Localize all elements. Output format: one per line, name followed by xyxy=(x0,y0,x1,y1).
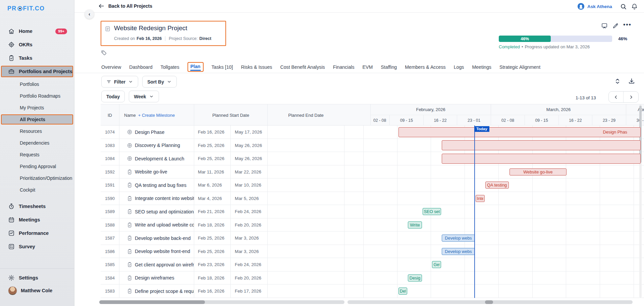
sidebar-item-resources[interactable]: Resources xyxy=(1,126,73,136)
task-name: Website go-live xyxy=(135,169,167,174)
gantt-bar[interactable]: Develop webs xyxy=(442,235,475,242)
gantt-bar[interactable]: SEO set xyxy=(423,208,441,215)
row-name[interactable]: Development & Launch xyxy=(119,152,194,165)
row-name[interactable]: Design Phase xyxy=(119,125,194,139)
column-header-end-date[interactable]: Planned End Date xyxy=(267,104,344,126)
tab-staffing[interactable]: Staffing xyxy=(381,64,397,70)
table-row[interactable]: 1589SEO setup and optimizationFeb 21, 20… xyxy=(101,205,644,218)
gantt-bar[interactable]: Write xyxy=(408,221,422,228)
board-view-icon[interactable] xyxy=(601,22,608,29)
tab-dashboard[interactable]: Dashboard xyxy=(129,64,152,70)
row-name[interactable]: Develop website front-end xyxy=(119,245,194,258)
notification-bell-icon[interactable] xyxy=(631,3,638,10)
column-header-id[interactable]: ID xyxy=(101,104,119,126)
tab-overview[interactable]: Overview xyxy=(101,64,121,70)
expand-collapse-icon[interactable] xyxy=(614,78,621,85)
tab-financials[interactable]: Financials xyxy=(333,64,355,70)
table-row[interactable]: 1583Define project scope & require...Feb… xyxy=(101,285,644,298)
sidebar-item-meetings[interactable]: Meetings xyxy=(1,214,73,225)
table-row[interactable]: 1074Design PhaseFeb 16, 2026May 17, 2026… xyxy=(101,125,644,139)
tab-meetings[interactable]: Meetings xyxy=(472,64,491,70)
row-name[interactable]: Define project scope & require... xyxy=(119,285,194,298)
table-row[interactable]: 1585Get client approval on wirefram...Fe… xyxy=(101,258,644,271)
table-scrollbar-thumb[interactable] xyxy=(99,300,205,304)
gantt-bar[interactable]: Design Phas xyxy=(398,127,641,137)
sidebar-item-pending-approval[interactable]: Pending Approval xyxy=(1,161,73,171)
filter-icon xyxy=(106,79,111,84)
table-row[interactable]: 1587Develop website back-endFeb 25, 2026… xyxy=(101,232,644,245)
tab-risks-issues[interactable]: Risks & Issues xyxy=(241,64,272,70)
gantt-bar[interactable]: Develop webs xyxy=(442,248,475,255)
sidebar-item-my-projects[interactable]: My Projects xyxy=(1,103,73,113)
gantt-bar[interactable]: Inte xyxy=(476,195,485,202)
tab-evm[interactable]: EVM xyxy=(363,64,373,70)
back-to-all-projects-link[interactable]: Back to All Projects xyxy=(98,3,152,9)
gantt-bar[interactable]: QA testing xyxy=(485,182,509,189)
sidebar-item-timesheets[interactable]: Timesheets xyxy=(1,201,73,212)
sidebar-item-portfolios-and-projects[interactable]: Portfolios and Projects xyxy=(1,66,73,77)
gantt-bar[interactable]: Website go-live xyxy=(509,168,567,175)
filter-button[interactable]: Filter xyxy=(101,76,138,88)
sidebar-item-cockpit[interactable]: Cockpit xyxy=(1,185,73,195)
row-name[interactable]: Design wireframes xyxy=(119,271,194,285)
table-row[interactable]: 1591QA testing and bug fixesMar 6, 2026M… xyxy=(101,178,644,192)
edit-pencil-icon[interactable] xyxy=(612,22,619,29)
sidebar-item-settings[interactable]: Settings xyxy=(1,272,73,284)
table-row[interactable]: 1586Develop website front-endFeb 25, 202… xyxy=(101,245,644,258)
row-name[interactable]: Discovery & Planning xyxy=(119,139,194,152)
ask-athena-button[interactable]: Ask Athena xyxy=(577,3,612,10)
name-header-label: Name xyxy=(124,113,136,118)
tag-icon[interactable] xyxy=(101,50,107,56)
prev-page-button[interactable] xyxy=(609,92,624,102)
row-name[interactable]: Write and upload website content xyxy=(119,218,194,232)
page-title: Website Redesign Project xyxy=(114,24,187,32)
table-row[interactable]: 1590Integrate content into websiteMar 4,… xyxy=(101,192,644,205)
table-row[interactable]: 1584Design wireframesFeb 18, 2026Feb 20,… xyxy=(101,271,644,285)
sidebar-item-requests[interactable]: Requests xyxy=(1,150,73,160)
gantt-bar[interactable]: Get xyxy=(432,261,441,268)
tab-plan[interactable]: Plan xyxy=(187,62,204,72)
download-icon[interactable] xyxy=(628,78,635,85)
sidebar-item-performance[interactable]: Performance xyxy=(1,227,73,239)
sort-by-button[interactable]: Sort By xyxy=(142,76,177,88)
column-header-start-date[interactable]: Planned Start Date xyxy=(194,104,267,126)
view-select[interactable]: Week xyxy=(129,91,159,102)
sidebar-item-tasks[interactable]: Tasks xyxy=(1,52,73,64)
table-row[interactable]: 1588Write and upload website contentFeb … xyxy=(101,218,644,232)
gantt-bar[interactable] xyxy=(442,154,641,164)
sidebar-item-all-projects[interactable]: All Projects xyxy=(1,114,73,124)
table-row[interactable]: 1084Development & LaunchFeb 25, 2026May … xyxy=(101,152,644,165)
sidebar-item-dependencies[interactable]: Dependencies xyxy=(1,138,73,148)
sidebar-item-portfolios[interactable]: Portfolios xyxy=(1,79,73,89)
today-button[interactable]: Today xyxy=(101,91,125,102)
gantt-bar[interactable]: Desig xyxy=(408,274,422,282)
tab-members-access[interactable]: Members & Access xyxy=(405,64,445,70)
gantt-bar[interactable]: Defi xyxy=(398,288,408,295)
create-milestone-link[interactable]: + Create Milestone xyxy=(138,113,175,118)
sidebar-item-okrs[interactable]: OKRs xyxy=(1,39,73,50)
row-name[interactable]: Website go-live xyxy=(119,165,194,179)
sidebar-item-portfolio-roadmaps[interactable]: Portfolio Roadmaps xyxy=(1,91,73,101)
tab-tollgates[interactable]: Tollgates xyxy=(161,64,179,70)
gantt-bar[interactable] xyxy=(442,140,641,150)
table-row[interactable]: 1083Discovery & PlanningFeb 25, 2026May … xyxy=(101,139,644,152)
sidebar-item-home[interactable]: Home99+ xyxy=(1,26,73,37)
row-name[interactable]: Develop website back-end xyxy=(119,232,194,245)
tab-tasks-10-[interactable]: Tasks [10] xyxy=(212,64,233,70)
more-options-icon[interactable]: ••• xyxy=(623,21,632,28)
tab-cost-benefit-analysis[interactable]: Cost Benefit Analysis xyxy=(280,64,325,70)
tab-strategic-alignment[interactable]: Strategic Alignment xyxy=(499,64,540,70)
user-menu[interactable]: Matthew Cole xyxy=(1,285,73,296)
row-name[interactable]: QA testing and bug fixes xyxy=(119,178,194,192)
gantt-scrollbar-thumb[interactable] xyxy=(485,300,493,304)
sidebar-item-survey[interactable]: Survey xyxy=(1,241,73,252)
sidebar-collapse-button[interactable]: ‹ xyxy=(85,10,94,19)
row-name[interactable]: SEO setup and optimization xyxy=(119,205,194,218)
search-icon[interactable] xyxy=(620,3,627,10)
next-page-button[interactable] xyxy=(624,92,638,102)
row-name[interactable]: Get client approval on wirefram... xyxy=(119,258,194,271)
table-row[interactable]: 1592Website go-liveMar 11, 2026Mar 22, 2… xyxy=(101,165,644,179)
row-name[interactable]: Integrate content into website xyxy=(119,192,194,205)
sidebar-item-prioritization-optimization[interactable]: Prioritization/Optimization xyxy=(1,173,73,183)
tab-logs[interactable]: Logs xyxy=(454,64,464,70)
